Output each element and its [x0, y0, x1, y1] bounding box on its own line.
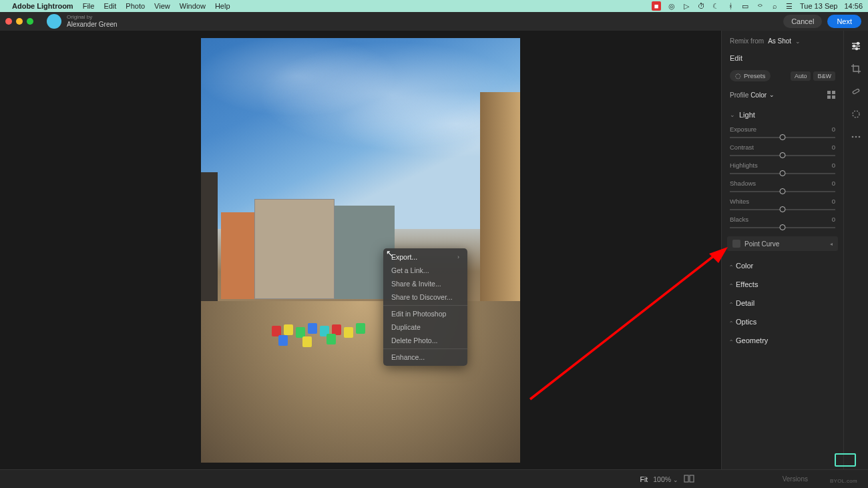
- svg-point-9: [856, 48, 858, 50]
- context-menu-get-link[interactable]: Get a Link...: [383, 264, 467, 277]
- bw-button[interactable]: B&W: [813, 71, 835, 81]
- slider-shadows[interactable]: Shadows0: [722, 178, 843, 196]
- profile-label: Profile: [730, 91, 748, 99]
- remix-value: As Shot: [768, 37, 791, 45]
- slider-whites[interactable]: Whites0: [722, 196, 843, 214]
- context-menu-delete[interactable]: Delete Photo...: [383, 334, 467, 347]
- menu-file[interactable]: File: [83, 2, 95, 10]
- context-menu-edit-photoshop[interactable]: Edit in Photoshop: [383, 307, 467, 320]
- context-menu-share-invite[interactable]: Share & Invite...: [383, 277, 467, 290]
- auto-button[interactable]: Auto: [791, 71, 811, 81]
- context-menu-enhance[interactable]: Enhance...: [383, 350, 467, 364]
- maximize-window-icon[interactable]: [27, 18, 33, 25]
- slider-knob[interactable]: [780, 224, 786, 230]
- cancel-button[interactable]: Cancel: [783, 15, 822, 28]
- profile-browser-icon[interactable]: [827, 91, 835, 99]
- app-topbar: Original by Alexander Green Cancel Next: [0, 12, 868, 31]
- crop-icon[interactable]: [850, 63, 862, 75]
- section-detail[interactable]: › Detail: [722, 294, 843, 312]
- edit-panel: Remix from As Shot ⌄ Edit ◌ Presets Auto…: [721, 31, 843, 469]
- more-icon[interactable]: [850, 131, 862, 143]
- edit-sliders-icon[interactable]: [850, 40, 862, 52]
- context-menu: Export... › Get a Link... Share & Invite…: [383, 248, 467, 366]
- curve-icon: [732, 240, 740, 248]
- avatar: [47, 14, 61, 29]
- chevron-left-icon: ◂: [830, 241, 833, 247]
- slider-knob[interactable]: [780, 152, 786, 158]
- svg-rect-0: [827, 91, 831, 94]
- filmstrip-toggle-icon[interactable]: [835, 453, 856, 467]
- svg-rect-10: [853, 89, 860, 94]
- minimize-window-icon[interactable]: [16, 18, 23, 25]
- next-button[interactable]: Next: [827, 15, 861, 28]
- healing-icon[interactable]: [850, 85, 862, 97]
- chevron-right-icon: ›: [728, 340, 734, 342]
- menu-edit[interactable]: Edit: [103, 2, 116, 10]
- slider-blacks[interactable]: Blacks0: [722, 214, 843, 232]
- presets-button[interactable]: ◌ Presets: [730, 70, 771, 81]
- dnd-moon-icon[interactable]: ☾: [712, 2, 720, 10]
- section-geometry[interactable]: › Geometry: [722, 331, 843, 350]
- section-optics[interactable]: › Optics: [722, 312, 843, 331]
- menubar-date[interactable]: Tue 13 Sep: [800, 2, 837, 10]
- chevron-right-icon: ›: [457, 254, 459, 260]
- slider-knob[interactable]: [780, 170, 786, 176]
- versions-label[interactable]: Versions: [783, 475, 808, 483]
- svg-rect-1: [832, 91, 835, 94]
- context-menu-share-discover[interactable]: Share to Discover...: [383, 290, 467, 304]
- menu-photo[interactable]: Photo: [126, 2, 145, 10]
- menubar-app-name[interactable]: Adobe Lightroom: [12, 2, 73, 10]
- masking-icon[interactable]: [850, 108, 862, 120]
- tool-strip: [843, 31, 868, 469]
- svg-rect-15: [684, 475, 688, 482]
- presets-icon: ◌: [735, 72, 741, 79]
- menu-view[interactable]: View: [154, 2, 170, 10]
- menu-help[interactable]: Help: [215, 2, 230, 10]
- wifi-icon[interactable]: ⌔: [756, 2, 764, 10]
- clock-icon[interactable]: ⏱: [697, 2, 705, 10]
- slider-exposure[interactable]: Exposure0: [722, 124, 843, 142]
- context-menu-duplicate[interactable]: Duplicate: [383, 320, 467, 334]
- fit-label[interactable]: Fit: [640, 475, 648, 483]
- canvas-area[interactable]: ↖ Export... › Get a Link... Share & Invi…: [0, 31, 721, 469]
- slider-fknob[interactable]: [780, 206, 786, 212]
- slider-highlights[interactable]: Highlights0: [722, 160, 843, 178]
- chevron-down-icon: ⌄: [730, 111, 735, 118]
- section-color[interactable]: › Color: [722, 256, 843, 275]
- close-window-icon[interactable]: [5, 18, 12, 25]
- remix-from-row[interactable]: Remix from As Shot ⌄: [722, 31, 843, 51]
- section-light[interactable]: ⌄ Light: [722, 105, 843, 124]
- menu-window[interactable]: Window: [180, 2, 206, 10]
- spotlight-icon[interactable]: ⌕: [771, 2, 779, 10]
- section-effects[interactable]: › Effects: [722, 275, 843, 294]
- bluetooth-icon[interactable]: ᚼ: [726, 2, 734, 10]
- recording-icon[interactable]: ■: [652, 1, 661, 11]
- menubar-right: ■ ◎ ▷ ⏱ ☾ ᚼ ▭ ⌔ ⌕ ☰ Tue 13 Sep 14:56: [652, 1, 863, 11]
- menubar-time[interactable]: 14:56: [844, 2, 863, 10]
- context-menu-export[interactable]: Export... ›: [383, 250, 467, 264]
- chevron-down-icon: ⌄: [673, 477, 678, 483]
- slider-knob[interactable]: [780, 188, 786, 194]
- chevron-right-icon: ›: [728, 321, 734, 323]
- bottom-bar: Fit 100% ⌄ Versions: [0, 469, 868, 488]
- profile-value[interactable]: Color ⌄: [750, 91, 775, 99]
- cc-sync-icon[interactable]: ◎: [668, 2, 676, 10]
- user-byline: Original by: [67, 15, 118, 21]
- zoom-value[interactable]: 100% ⌄: [653, 475, 678, 483]
- play-icon[interactable]: ▷: [682, 2, 690, 10]
- photo-preview[interactable]: [201, 38, 520, 463]
- user-name: Alexander Green: [67, 21, 118, 28]
- user-block[interactable]: Original by Alexander Green: [47, 14, 118, 29]
- battery-icon[interactable]: ▭: [741, 2, 749, 10]
- remix-label: Remix from: [730, 37, 764, 45]
- svg-point-14: [859, 136, 861, 138]
- chevron-down-icon: ⌄: [795, 38, 801, 45]
- point-curve-button[interactable]: Point Curve ◂: [727, 236, 838, 251]
- context-menu-separator: [383, 305, 467, 306]
- compare-icon[interactable]: [684, 474, 694, 485]
- svg-point-13: [855, 136, 857, 138]
- control-center-icon[interactable]: ☰: [785, 2, 793, 10]
- slider-knob[interactable]: [780, 134, 786, 140]
- svg-rect-3: [832, 95, 835, 99]
- slider-contrast[interactable]: Contrast0: [722, 142, 843, 160]
